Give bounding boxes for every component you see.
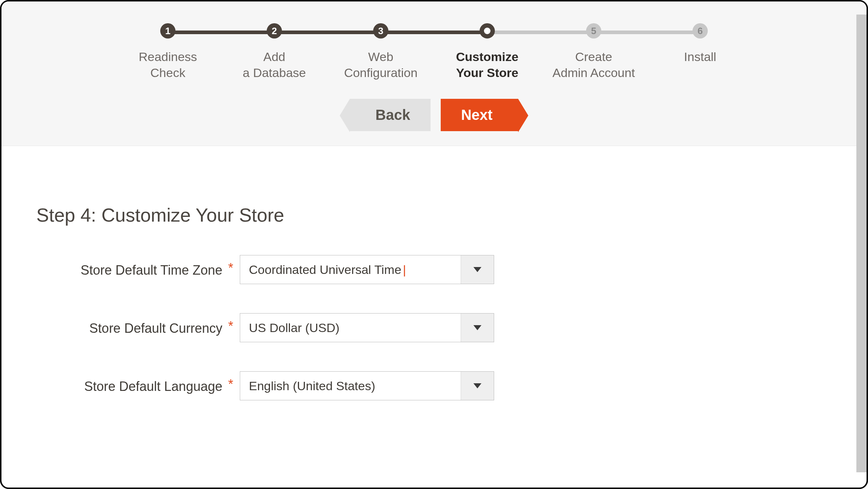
step-current-indicator bbox=[480, 23, 495, 39]
required-marker: * bbox=[225, 255, 240, 275]
field-currency: Store Default Currency * US Dollar (USD) bbox=[36, 313, 832, 342]
chevron-down-icon bbox=[473, 383, 481, 388]
step-number-badge: 2 bbox=[267, 23, 282, 39]
required-marker: * bbox=[225, 371, 240, 391]
vertical-scrollbar[interactable] bbox=[856, 15, 867, 472]
svg-marker-0 bbox=[473, 267, 481, 272]
step-label: Customize Your Store bbox=[456, 49, 518, 81]
step-install[interactable]: 6 Install bbox=[647, 23, 754, 65]
step-connector bbox=[594, 31, 700, 34]
dropdown-caret[interactable] bbox=[461, 255, 494, 284]
dropdown-caret[interactable] bbox=[461, 372, 494, 400]
wizard-steps: 1 Readiness Check 2 Add a Database 3 Web… bbox=[114, 23, 754, 81]
step-number-badge: 6 bbox=[693, 23, 708, 39]
step-number-badge: 3 bbox=[373, 23, 388, 39]
step-label: Create Admin Account bbox=[553, 49, 635, 81]
svg-marker-2 bbox=[473, 383, 481, 388]
step-connector bbox=[168, 31, 274, 34]
step-readiness-check[interactable]: 1 Readiness Check bbox=[115, 23, 221, 81]
chevron-down-icon bbox=[473, 267, 481, 272]
step-connector bbox=[274, 31, 381, 34]
dropdown-caret[interactable] bbox=[461, 314, 494, 342]
step-number-badge: 5 bbox=[586, 23, 601, 39]
step-connector bbox=[487, 31, 594, 34]
text-cursor: | bbox=[402, 263, 406, 277]
field-language: Store Default Language * English (United… bbox=[36, 371, 832, 400]
timezone-select[interactable]: Coordinated Universal Time | bbox=[240, 255, 494, 284]
currency-value: US Dollar (USD) bbox=[240, 314, 461, 342]
next-button[interactable]: Next bbox=[441, 99, 518, 131]
step-label: Add a Database bbox=[243, 49, 306, 81]
chevron-down-icon bbox=[473, 325, 481, 330]
timezone-value: Coordinated Universal Time | bbox=[240, 255, 461, 284]
language-select[interactable]: English (United States) bbox=[240, 371, 494, 400]
wizard-header: 1 Readiness Check 2 Add a Database 3 Web… bbox=[1, 1, 867, 146]
page-title: Step 4: Customize Your Store bbox=[36, 204, 832, 226]
svg-marker-1 bbox=[473, 325, 481, 330]
step-label: Web Configuration bbox=[344, 49, 417, 81]
language-value: English (United States) bbox=[240, 372, 461, 400]
app-frame: 1 Readiness Check 2 Add a Database 3 Web… bbox=[0, 0, 868, 489]
step-connector bbox=[381, 31, 487, 34]
required-marker: * bbox=[225, 313, 240, 333]
language-label: Store Default Language bbox=[36, 371, 225, 396]
back-button[interactable]: Back bbox=[350, 99, 431, 131]
field-timezone: Store Default Time Zone * Coordinated Un… bbox=[36, 255, 832, 284]
step-label: Install bbox=[684, 49, 716, 65]
wizard-nav-buttons: Back Next bbox=[1, 99, 867, 131]
step-label: Readiness Check bbox=[139, 49, 197, 81]
step-number-badge: 1 bbox=[160, 23, 175, 39]
currency-label: Store Default Currency bbox=[36, 313, 225, 338]
page-content: 1 Readiness Check 2 Add a Database 3 Web… bbox=[1, 1, 867, 400]
currency-select[interactable]: US Dollar (USD) bbox=[240, 313, 494, 342]
timezone-label: Store Default Time Zone bbox=[36, 255, 225, 279]
